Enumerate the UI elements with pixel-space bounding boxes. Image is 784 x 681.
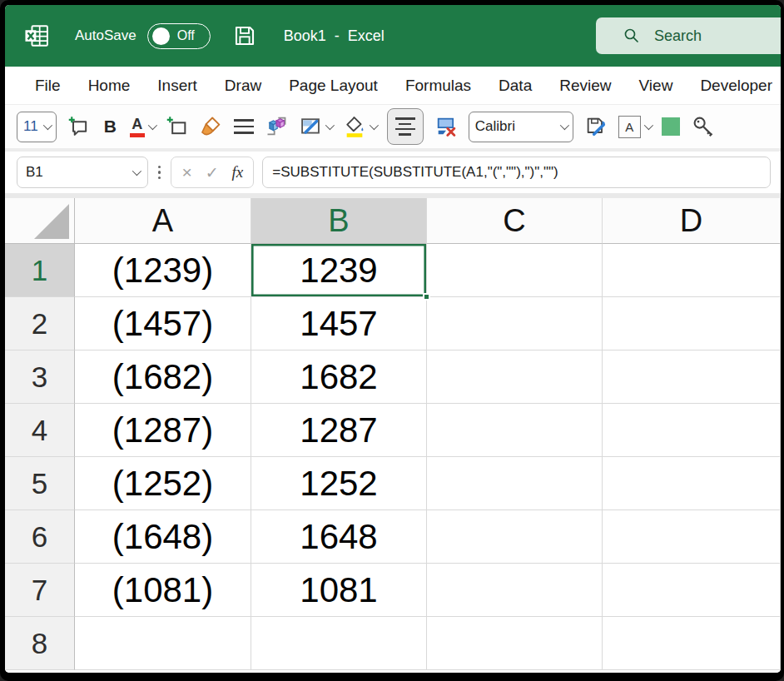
cell-a5[interactable]: (1252)	[75, 457, 251, 510]
cell-c4[interactable]	[427, 404, 603, 457]
row-header-4[interactable]: 4	[5, 404, 75, 457]
cell-c5[interactable]	[427, 457, 603, 510]
format-table-button[interactable]	[299, 115, 332, 138]
select-all-corner[interactable]	[5, 198, 75, 244]
cell-a4[interactable]: (1287)	[75, 404, 251, 457]
menu-item-data[interactable]: Data	[499, 77, 532, 95]
cell-c7[interactable]	[427, 564, 603, 617]
cell-b2[interactable]: 1457	[251, 297, 427, 350]
cell-d6[interactable]	[603, 510, 781, 564]
row-header-3[interactable]: 3	[5, 350, 75, 404]
search-box[interactable]: Search	[596, 17, 781, 54]
three-d-models-button[interactable]	[265, 115, 288, 138]
key-button[interactable]	[691, 114, 716, 139]
cell-b1-selected[interactable]: 1239	[251, 244, 427, 297]
cell-d7[interactable]	[603, 564, 781, 617]
row-header-8[interactable]: 8	[5, 617, 75, 670]
column-header-a[interactable]: A	[75, 198, 251, 244]
center-align-button[interactable]	[387, 108, 424, 145]
cell-d3[interactable]	[603, 350, 781, 404]
search-placeholder: Search	[654, 27, 702, 45]
cell-d5[interactable]	[603, 457, 781, 510]
cell-b8[interactable]	[251, 617, 427, 670]
menu-item-file[interactable]: File	[35, 77, 61, 95]
cell-c8[interactable]	[427, 617, 603, 670]
row-header-1[interactable]: 1	[5, 244, 75, 297]
chevron-down-icon	[370, 121, 379, 130]
row-header-7[interactable]: 7	[5, 564, 75, 617]
column-header-c[interactable]: C	[427, 198, 603, 244]
cell-b3[interactable]: 1682	[251, 350, 427, 404]
autosave-state: Off	[177, 28, 195, 43]
spreadsheet-grid: A B C D 1 (1239) 1239 2 (1457) 1457 3 (1…	[5, 198, 781, 673]
cell-a2[interactable]: (1457)	[75, 297, 251, 350]
font-dialog-icon: A	[618, 116, 641, 138]
chevron-down-icon	[560, 121, 569, 130]
enter-button[interactable]: ✓	[206, 163, 219, 182]
cell-c2[interactable]	[427, 297, 603, 350]
font-color-button[interactable]: A	[130, 117, 155, 137]
insert-cells-icon	[166, 115, 189, 138]
quick-toolbar: 11 B A	[5, 105, 781, 152]
cell-b4[interactable]: 1287	[251, 404, 427, 457]
insert-function-button[interactable]: fx	[232, 163, 244, 181]
column-header-d[interactable]: D	[603, 198, 781, 244]
save-as-edit-button[interactable]	[584, 115, 608, 138]
menu-item-home[interactable]: Home	[88, 77, 131, 95]
menu-item-developer[interactable]: Developer	[700, 77, 772, 95]
ribbon-tabs: File Home Insert Draw Page Layout Formul…	[5, 67, 781, 105]
menu-item-draw[interactable]: Draw	[225, 77, 261, 95]
formula-bar-handle-icon[interactable]	[156, 166, 162, 179]
row-header-5[interactable]: 5	[5, 457, 75, 510]
font-size-select[interactable]: 11	[17, 112, 57, 142]
menu-item-page-layout[interactable]: Page Layout	[289, 77, 378, 95]
menu-item-review[interactable]: Review	[559, 77, 611, 95]
formula-input[interactable]: =SUBSTITUTE(SUBSTITUTE(A1,"(",""),")",""…	[262, 157, 771, 188]
menu-item-view[interactable]: View	[639, 77, 673, 95]
font-dialog-button[interactable]: A	[618, 116, 651, 138]
app-window: AutoSave Off Book1 - Excel	[0, 0, 784, 681]
three-d-models-icon	[265, 115, 288, 138]
cell-a7[interactable]: (1081)	[75, 564, 251, 617]
cell-a3[interactable]: (1682)	[75, 350, 251, 404]
cell-c1[interactable]	[427, 244, 603, 297]
menu-item-insert[interactable]: Insert	[157, 77, 197, 95]
column-header-b[interactable]: B	[251, 198, 427, 244]
cell-c3[interactable]	[427, 350, 603, 404]
search-icon	[623, 27, 641, 45]
align-lines-button[interactable]	[234, 119, 254, 134]
cell-a6[interactable]: (1648)	[75, 510, 251, 564]
titlebar: AutoSave Off Book1 - Excel	[5, 5, 781, 67]
delete-cells-icon	[434, 115, 458, 138]
row-header-2[interactable]: 2	[5, 297, 75, 350]
cell-b7[interactable]: 1081	[251, 564, 427, 617]
cancel-button[interactable]: ×	[181, 162, 191, 182]
font-name-select[interactable]: Calibri	[469, 112, 573, 142]
cell-b6[interactable]: 1648	[251, 510, 427, 564]
cell-d4[interactable]	[603, 404, 781, 457]
autosave-label: AutoSave	[75, 27, 136, 44]
save-icon[interactable]	[232, 23, 257, 48]
delete-cells-button[interactable]	[434, 115, 458, 138]
autosave-toggle[interactable]: Off	[147, 23, 211, 49]
row-header-6[interactable]: 6	[5, 510, 75, 564]
cell-a8[interactable]	[75, 617, 251, 670]
select-all-triangle-icon	[34, 204, 69, 239]
comment-icon	[67, 115, 91, 138]
bold-button[interactable]: B	[102, 117, 119, 137]
cell-d8[interactable]	[603, 617, 781, 670]
insert-cells-button[interactable]	[166, 115, 189, 138]
format-painter-button[interactable]	[200, 115, 223, 138]
cell-d2[interactable]	[603, 297, 781, 350]
menu-item-formulas[interactable]: Formulas	[405, 77, 471, 95]
fill-color-button[interactable]	[343, 115, 376, 138]
green-color-swatch[interactable]	[662, 117, 680, 136]
cell-d1[interactable]	[603, 244, 781, 297]
cell-c6[interactable]	[427, 510, 603, 564]
cell-b5[interactable]: 1252	[251, 457, 427, 510]
name-box[interactable]: B1	[17, 157, 148, 188]
cell-a1[interactable]: (1239)	[75, 244, 251, 297]
fill-handle[interactable]	[423, 293, 430, 301]
new-comment-button[interactable]	[67, 115, 91, 138]
fill-color-icon	[343, 115, 366, 138]
